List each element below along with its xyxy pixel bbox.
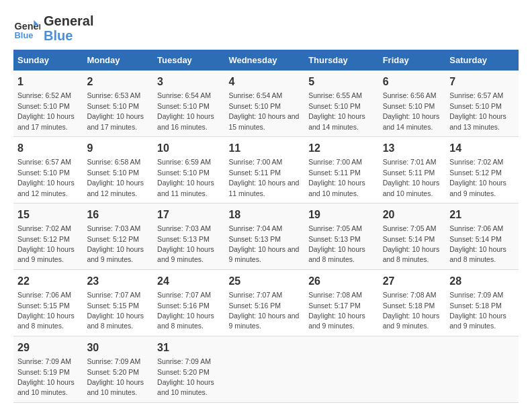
sunrise-info: Sunrise: 6:54 AM	[157, 91, 211, 99]
day-number: 7	[449, 75, 515, 89]
sunrise-info: Sunrise: 7:05 AM	[383, 224, 437, 232]
sunrise-info: Sunrise: 7:04 AM	[228, 224, 282, 232]
calendar-cell: 14 Sunrise: 7:02 AM Sunset: 5:12 PM Dayl…	[445, 136, 519, 203]
sunrise-info: Sunrise: 7:09 AM	[157, 357, 211, 365]
page-header: General Blue General Blue	[13, 13, 519, 43]
day-number: 22	[17, 274, 79, 289]
weekday-header: Friday	[379, 50, 446, 71]
calendar-cell: 26 Sunrise: 7:08 AM Sunset: 5:17 PM Dayl…	[304, 269, 378, 336]
calendar-cell: 30 Sunrise: 7:09 AM Sunset: 5:20 PM Dayl…	[83, 336, 153, 402]
sunrise-info: Sunrise: 7:07 AM	[87, 291, 140, 299]
sunset-info: Sunset: 5:14 PM	[383, 235, 435, 243]
sunrise-info: Sunrise: 7:07 AM	[157, 291, 211, 299]
day-number: 20	[383, 208, 442, 222]
daylight-info: Daylight: 10 hours and 13 minutes.	[449, 112, 506, 130]
daylight-info: Daylight: 10 hours and 10 minutes.	[87, 378, 144, 396]
daylight-info: Daylight: 10 hours and 9 minutes.	[87, 245, 144, 263]
day-number: 18	[228, 208, 300, 222]
sunset-info: Sunset: 5:14 PM	[449, 235, 502, 243]
calendar-cell: 18 Sunrise: 7:04 AM Sunset: 5:13 PM Dayl…	[224, 203, 304, 269]
daylight-info: Daylight: 10 hours and 8 minutes.	[308, 245, 365, 263]
sunrise-info: Sunrise: 6:57 AM	[449, 91, 503, 99]
sunset-info: Sunset: 5:18 PM	[383, 302, 435, 310]
calendar-week-row: 1 Sunrise: 6:52 AM Sunset: 5:10 PM Dayli…	[13, 71, 519, 136]
calendar-cell: 6 Sunrise: 6:56 AM Sunset: 5:10 PM Dayli…	[379, 71, 446, 136]
svg-text:Blue: Blue	[15, 30, 34, 40]
sunrise-info: Sunrise: 7:08 AM	[308, 291, 362, 299]
calendar-cell: 21 Sunrise: 7:06 AM Sunset: 5:14 PM Dayl…	[445, 203, 519, 269]
calendar-cell: 15 Sunrise: 7:02 AM Sunset: 5:12 PM Dayl…	[13, 203, 83, 269]
calendar-cell: 3 Sunrise: 6:54 AM Sunset: 5:10 PM Dayli…	[153, 71, 224, 136]
day-number: 8	[17, 141, 79, 156]
day-number: 3	[157, 75, 220, 89]
sunset-info: Sunset: 5:16 PM	[157, 302, 210, 310]
calendar-cell: 4 Sunrise: 6:54 AM Sunset: 5:10 PM Dayli…	[224, 71, 304, 136]
day-number: 29	[17, 340, 79, 355]
sunset-info: Sunset: 5:12 PM	[87, 235, 139, 243]
daylight-info: Daylight: 10 hours and 11 minutes.	[157, 179, 214, 197]
sunset-info: Sunset: 5:12 PM	[17, 235, 70, 243]
calendar-cell: 2 Sunrise: 6:53 AM Sunset: 5:10 PM Dayli…	[83, 71, 153, 136]
sunrise-info: Sunrise: 6:57 AM	[17, 158, 71, 166]
daylight-info: Daylight: 10 hours and 9 minutes.	[449, 179, 506, 197]
calendar-cell: 9 Sunrise: 6:58 AM Sunset: 5:10 PM Dayli…	[83, 136, 153, 203]
sunset-info: Sunset: 5:11 PM	[228, 169, 281, 177]
calendar-week-row: 29 Sunrise: 7:09 AM Sunset: 5:19 PM Dayl…	[13, 336, 519, 402]
calendar-cell: 5 Sunrise: 6:55 AM Sunset: 5:10 PM Dayli…	[304, 71, 378, 136]
daylight-info: Daylight: 10 hours and 17 minutes.	[87, 112, 144, 130]
sunrise-info: Sunrise: 6:56 AM	[383, 91, 437, 99]
daylight-info: Daylight: 10 hours and 8 minutes.	[449, 245, 506, 263]
calendar-cell: 23 Sunrise: 7:07 AM Sunset: 5:15 PM Dayl…	[83, 269, 153, 336]
daylight-info: Daylight: 10 hours and 12 minutes.	[17, 179, 75, 197]
calendar-cell: 7 Sunrise: 6:57 AM Sunset: 5:10 PM Dayli…	[445, 71, 519, 136]
sunrise-info: Sunrise: 7:05 AM	[308, 224, 362, 232]
sunrise-info: Sunrise: 7:00 AM	[308, 158, 362, 166]
sunset-info: Sunset: 5:13 PM	[228, 235, 281, 243]
daylight-info: Daylight: 10 hours and 9 minutes.	[308, 312, 365, 330]
sunrise-info: Sunrise: 7:08 AM	[383, 291, 437, 299]
calendar-cell: 29 Sunrise: 7:09 AM Sunset: 5:19 PM Dayl…	[13, 336, 83, 402]
calendar-cell: 1 Sunrise: 6:52 AM Sunset: 5:10 PM Dayli…	[13, 71, 83, 136]
sunset-info: Sunset: 5:13 PM	[308, 235, 361, 243]
sunset-info: Sunset: 5:16 PM	[228, 302, 281, 310]
sunset-info: Sunset: 5:12 PM	[449, 169, 502, 177]
day-number: 2	[87, 75, 149, 89]
day-number: 6	[383, 75, 442, 89]
daylight-info: Daylight: 10 hours and 12 minutes.	[87, 179, 144, 197]
calendar-cell: 22 Sunrise: 7:06 AM Sunset: 5:15 PM Dayl…	[13, 269, 83, 336]
sunrise-info: Sunrise: 7:06 AM	[449, 224, 503, 232]
sunrise-info: Sunrise: 7:07 AM	[228, 291, 282, 299]
calendar-cell: 8 Sunrise: 6:57 AM Sunset: 5:10 PM Dayli…	[13, 136, 83, 203]
sunrise-info: Sunrise: 6:55 AM	[308, 91, 362, 99]
daylight-info: Daylight: 10 hours and 10 minutes.	[383, 179, 440, 197]
sunset-info: Sunset: 5:10 PM	[87, 102, 139, 110]
calendar-table: SundayMondayTuesdayWednesdayThursdayFrid…	[13, 50, 519, 403]
day-number: 25	[228, 274, 300, 289]
logo-icon: General Blue	[13, 15, 40, 42]
sunrise-info: Sunrise: 6:53 AM	[87, 91, 140, 99]
daylight-info: Daylight: 10 hours and 8 minutes.	[17, 312, 75, 330]
calendar-cell: 20 Sunrise: 7:05 AM Sunset: 5:14 PM Dayl…	[379, 203, 446, 269]
calendar-cell: 28 Sunrise: 7:09 AM Sunset: 5:18 PM Dayl…	[445, 269, 519, 336]
calendar-cell: 11 Sunrise: 7:00 AM Sunset: 5:11 PM Dayl…	[224, 136, 304, 203]
sunset-info: Sunset: 5:13 PM	[157, 235, 210, 243]
day-number: 13	[383, 141, 442, 156]
daylight-info: Daylight: 10 hours and 9 minutes.	[228, 312, 299, 330]
sunset-info: Sunset: 5:10 PM	[17, 169, 70, 177]
day-number: 12	[308, 141, 374, 156]
sunrise-info: Sunrise: 7:02 AM	[449, 158, 503, 166]
calendar-cell: 19 Sunrise: 7:05 AM Sunset: 5:13 PM Dayl…	[304, 203, 378, 269]
daylight-info: Daylight: 10 hours and 8 minutes.	[157, 312, 214, 330]
sunrise-info: Sunrise: 7:09 AM	[87, 357, 140, 365]
sunrise-info: Sunrise: 7:03 AM	[157, 224, 211, 232]
day-number: 4	[228, 75, 300, 89]
daylight-info: Daylight: 10 hours and 15 minutes.	[228, 112, 299, 130]
sunset-info: Sunset: 5:15 PM	[17, 302, 70, 310]
calendar-week-row: 15 Sunrise: 7:02 AM Sunset: 5:12 PM Dayl…	[13, 203, 519, 269]
daylight-info: Daylight: 10 hours and 9 minutes.	[449, 312, 506, 330]
day-number: 28	[449, 274, 515, 289]
day-number: 10	[157, 141, 220, 156]
calendar-cell	[379, 336, 446, 402]
calendar-week-row: 8 Sunrise: 6:57 AM Sunset: 5:10 PM Dayli…	[13, 136, 519, 203]
calendar-cell: 24 Sunrise: 7:07 AM Sunset: 5:16 PM Dayl…	[153, 269, 224, 336]
